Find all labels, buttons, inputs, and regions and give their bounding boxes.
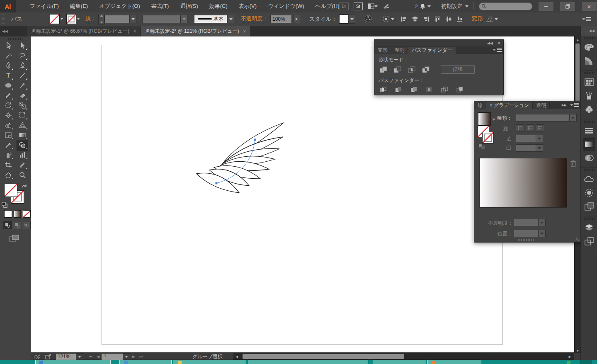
prev-artboard-button[interactable]: ◀	[97, 354, 100, 359]
align-left-button[interactable]	[400, 15, 408, 23]
gradient-mode-button[interactable]	[14, 210, 22, 218]
reverse-gradient-button[interactable]	[478, 144, 486, 151]
left-dock-collapse-button[interactable]: ◀◀	[0, 26, 27, 36]
gpu-performance-button[interactable]	[383, 2, 391, 10]
zoom-dropdown[interactable]	[76, 353, 83, 360]
pen-tool[interactable]	[3, 61, 14, 70]
taskbar-button[interactable]	[427, 360, 481, 364]
opacity-field[interactable]: 100%	[270, 15, 292, 23]
column-graph-tool[interactable]	[17, 150, 28, 160]
toolbar-fill-swatch[interactable]	[4, 184, 17, 197]
menu-select[interactable]: 選択(S)	[180, 2, 198, 10]
delete-stop-button[interactable]	[570, 160, 576, 168]
brush-dropdown[interactable]	[227, 15, 234, 23]
menu-type[interactable]: 書式(T)	[151, 2, 169, 10]
gradient-angle-field[interactable]	[516, 135, 536, 142]
creative-cloud-button[interactable]	[583, 173, 595, 185]
magic-wand-tool[interactable]	[3, 51, 14, 61]
lasso-tool[interactable]	[17, 51, 28, 61]
tab-transparency[interactable]: 透明	[533, 102, 550, 109]
transparency-panel-button[interactable]	[583, 152, 595, 164]
menu-edit[interactable]: 編集(E)	[70, 2, 88, 10]
dock-group-grip[interactable]	[584, 218, 595, 220]
brushes-panel-button[interactable]	[583, 90, 595, 102]
align-bottom-button[interactable]	[456, 15, 464, 23]
menu-file[interactable]: ファイル(F)	[30, 2, 59, 10]
gradient-slider[interactable]	[479, 158, 567, 208]
stroke-weight-dropdown[interactable]	[129, 15, 136, 23]
horizontal-scrollbar[interactable]: ◀ ▶	[233, 353, 574, 360]
stroke-weight-field[interactable]	[104, 15, 129, 23]
eyedropper-tool[interactable]	[3, 140, 14, 150]
status-gear-button[interactable]	[33, 354, 42, 360]
next-artboard-button[interactable]: ▶	[132, 354, 135, 359]
gradient-stroke-none-swatch[interactable]	[482, 132, 494, 143]
artboards-panel-button[interactable]	[583, 201, 595, 212]
stop-location-dropdown[interactable]	[538, 230, 546, 237]
taskbar-button[interactable]	[35, 360, 111, 364]
dock-group-grip[interactable]	[584, 121, 595, 123]
opacity-pop-button[interactable]	[293, 15, 300, 23]
stroke-swatch[interactable]	[66, 14, 80, 24]
tab-transform[interactable]: 変形	[374, 47, 391, 54]
dock-group-grip[interactable]	[584, 169, 595, 171]
gradient-within-stroke-button[interactable]	[516, 124, 524, 132]
pathfinder-panel-menu[interactable]	[493, 48, 502, 52]
search-input[interactable]	[479, 2, 532, 10]
shaper-tool[interactable]	[17, 90, 28, 100]
rotate-tool[interactable]	[3, 100, 14, 110]
free-transform-tool[interactable]	[17, 110, 28, 120]
outline-button[interactable]	[440, 85, 450, 94]
gradient-along-stroke-button[interactable]	[526, 124, 534, 132]
tab-stroke[interactable]: 線	[474, 102, 486, 109]
first-artboard-button[interactable]: ⏮	[89, 354, 92, 359]
mesh-tool[interactable]	[3, 130, 14, 140]
stop-location-field[interactable]	[514, 230, 539, 237]
menu-help[interactable]: ヘルプ(H)	[315, 2, 340, 10]
scroll-left-icon[interactable]: ◀	[233, 354, 240, 360]
color-guide-button[interactable]	[583, 55, 595, 67]
artboard-dropdown[interactable]	[123, 353, 130, 360]
close-tab-icon[interactable]: ×	[243, 29, 246, 34]
taskbar-button[interactable]	[248, 360, 368, 364]
horizontal-scroll-thumb[interactable]	[243, 354, 404, 359]
controlbar-panel-menu[interactable]	[582, 17, 591, 21]
hand-tool[interactable]	[3, 170, 14, 180]
opacity-label[interactable]: 不透明度：	[241, 15, 268, 23]
symbol-sprayer-tool[interactable]	[3, 150, 14, 160]
gradient-across-stroke-button[interactable]	[536, 124, 544, 132]
selection-tool[interactable]	[3, 41, 14, 51]
merge-button[interactable]	[409, 85, 419, 94]
paintbrush-tool[interactable]	[17, 80, 28, 90]
gradient-tool[interactable]	[17, 130, 28, 140]
align-top-button[interactable]	[434, 15, 441, 23]
minus-back-button[interactable]	[455, 85, 465, 94]
draw-normal-button[interactable]	[3, 221, 12, 229]
stroke-panel-button[interactable]	[583, 125, 595, 136]
close-tab-icon[interactable]: ×	[133, 29, 136, 34]
intersect-button[interactable]	[407, 66, 417, 74]
taskbar-button[interactable]	[173, 360, 246, 364]
shape-builder-tool[interactable]	[3, 120, 14, 130]
scroll-up-icon[interactable]: ▲	[575, 37, 581, 43]
gradient-type-field[interactable]	[516, 114, 570, 121]
blend-tool[interactable]	[17, 140, 28, 150]
artboard-number-field[interactable]: 1	[102, 354, 123, 360]
dock-group-grip[interactable]	[584, 72, 595, 74]
taskbar-button[interactable]	[374, 360, 426, 364]
stroke-weight-label[interactable]: 線：	[85, 15, 96, 23]
panel-drag-dots[interactable]	[518, 239, 534, 241]
slice-tool[interactable]	[17, 160, 28, 170]
width-profile-field[interactable]	[142, 15, 180, 23]
direct-selection-tool[interactable]	[17, 41, 28, 51]
pencil-tool[interactable]	[3, 90, 14, 100]
bridge-button[interactable]: Br	[340, 2, 349, 10]
divide-button[interactable]	[379, 85, 388, 94]
exclude-button[interactable]	[421, 66, 431, 74]
restore-button[interactable]	[560, 2, 575, 11]
menu-object[interactable]: オブジェクト(O)	[99, 2, 140, 10]
dock-group-grip[interactable]	[584, 37, 595, 39]
dock-collapse-button[interactable]: ◀◀	[581, 26, 597, 36]
gradient-panel-button[interactable]	[583, 138, 595, 150]
trim-button[interactable]	[394, 85, 404, 94]
